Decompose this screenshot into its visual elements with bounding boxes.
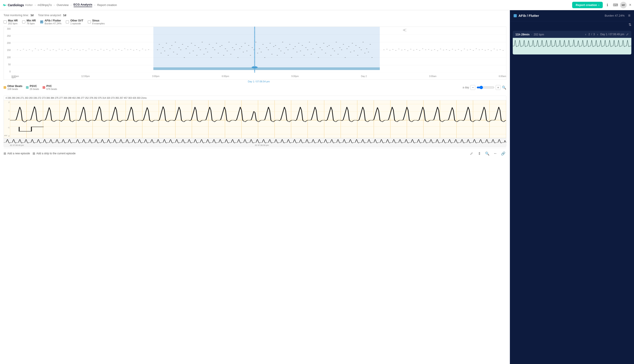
svg-point-85 bbox=[214, 50, 215, 50]
legend-pvc[interactable]: PVC 676 beats bbox=[43, 84, 57, 90]
svg-rect-215 bbox=[153, 67, 380, 70]
svg-point-178 bbox=[395, 50, 396, 51]
heart-rate-chart[interactable]: 300 250 200 150 100 50 0 bbox=[4, 26, 506, 80]
svg-point-165 bbox=[357, 55, 358, 56]
legend-max-hr[interactable]: Max HR 202 bpm bbox=[4, 19, 18, 25]
legend-sinus[interactable]: Sinus 8 examples bbox=[88, 19, 105, 25]
svg-point-76 bbox=[198, 48, 199, 48]
svg-point-126 bbox=[288, 50, 289, 50]
svg-point-119 bbox=[275, 45, 276, 46]
legend-checkbox-other-svt[interactable] bbox=[66, 20, 69, 24]
svg-point-176 bbox=[389, 50, 390, 50]
rp-sort-button[interactable]: ⇅ bbox=[628, 22, 631, 27]
legend-psvc[interactable]: PSVC 26 beats bbox=[26, 84, 39, 90]
svg-point-84 bbox=[212, 48, 214, 48]
svg-point-151 bbox=[332, 48, 333, 49]
breadcrumb-arrow-3: › bbox=[71, 4, 72, 7]
zoom-in-button[interactable]: + bbox=[496, 85, 501, 90]
app-logo[interactable]: Cardiologs Holter bbox=[3, 3, 33, 7]
episode-next-button[interactable]: › bbox=[596, 32, 598, 36]
svg-point-157 bbox=[343, 44, 344, 44]
svg-point-199 bbox=[458, 49, 459, 50]
chart-search-button[interactable]: 🔍 bbox=[502, 86, 506, 90]
svg-point-15 bbox=[38, 50, 39, 50]
rp-menu-button[interactable]: ≡ bbox=[628, 13, 630, 18]
monitoring-info: Total monitoring time: 1d Total time ana… bbox=[4, 14, 506, 17]
legend-other-svt[interactable]: Other SVT 1 episode bbox=[66, 19, 83, 25]
legend-checkbox-min-hr[interactable] bbox=[22, 20, 25, 24]
svg-point-79 bbox=[203, 54, 204, 54]
breadcrumb-ecg-analysis[interactable]: ECG Analysis bbox=[74, 3, 92, 7]
ecg-mini-strip: d1 07:06:49 pm d1 07:06:59 pm bbox=[4, 138, 506, 147]
zoom-tool-button[interactable]: 🔍 bbox=[484, 150, 490, 156]
legend-checkbox-sinus[interactable] bbox=[88, 20, 91, 24]
breadcrumb-mD9npq7o[interactable]: mD9npq7o bbox=[38, 3, 52, 7]
legend-checkbox-max-hr[interactable] bbox=[4, 20, 7, 24]
close-button[interactable]: × bbox=[629, 3, 631, 7]
svg-point-103 bbox=[246, 51, 247, 51]
svg-point-160 bbox=[348, 46, 349, 47]
bpm-label: bpm bbox=[12, 76, 16, 78]
svg-point-51 bbox=[145, 50, 146, 50]
legend-other-beats[interactable]: Other Beats 108 beats bbox=[4, 84, 22, 90]
svg-point-74 bbox=[194, 45, 195, 46]
top-navigation: Cardiologs Holter › mD9npq7o › Overview … bbox=[0, 0, 634, 10]
legend-afib[interactable]: AFib / Flutter Burden 47.24% bbox=[40, 19, 61, 25]
svg-point-136 bbox=[305, 48, 306, 48]
svg-point-114 bbox=[266, 48, 267, 48]
svg-point-180 bbox=[401, 50, 402, 50]
episode-expand-button[interactable]: ⤢ bbox=[626, 32, 629, 36]
svg-point-50 bbox=[142, 49, 143, 49]
episode-prev-button[interactable]: ‹ bbox=[585, 32, 587, 36]
svg-point-82 bbox=[209, 44, 210, 44]
annotate-tool-button[interactable]: 🔗 bbox=[500, 150, 506, 156]
svg-point-43 bbox=[121, 50, 122, 51]
chart-body[interactable]: ☾ bbox=[12, 27, 506, 73]
svg-point-145 bbox=[321, 50, 323, 50]
svg-point-193 bbox=[440, 49, 441, 49]
zoom-controls: a day − + 🔍 bbox=[463, 85, 506, 90]
svg-point-101 bbox=[243, 52, 244, 52]
svg-point-125 bbox=[286, 48, 287, 48]
svg-point-163 bbox=[354, 51, 355, 51]
svg-point-217 bbox=[252, 66, 258, 68]
svg-point-87 bbox=[218, 53, 219, 53]
mv-label: mV bbox=[4, 134, 7, 136]
svg-point-31 bbox=[85, 50, 86, 51]
svg-point-209 bbox=[488, 49, 489, 50]
calibrate-tool-button[interactable]: ⇕ bbox=[476, 150, 482, 156]
zoom-slider[interactable] bbox=[477, 86, 494, 89]
svg-point-99 bbox=[239, 48, 240, 49]
svg-point-47 bbox=[133, 50, 134, 50]
measure-tool-button[interactable]: ↔ bbox=[492, 150, 498, 156]
episode-waveform[interactable] bbox=[513, 38, 631, 54]
svg-point-37 bbox=[103, 50, 104, 50]
svg-point-144 bbox=[320, 48, 321, 48]
svg-point-83 bbox=[210, 57, 212, 58]
info-button[interactable]: ℹ bbox=[604, 2, 611, 8]
svg-point-62 bbox=[173, 52, 174, 52]
add-strip-button[interactable]: ⊞ Add a strip to the current episode bbox=[33, 152, 76, 155]
breadcrumb-overview[interactable]: Overview bbox=[57, 3, 69, 7]
svg-point-210 bbox=[491, 50, 492, 51]
zoom-out-button[interactable]: − bbox=[470, 85, 475, 90]
chart-x-labels: 9:00am 12:00pm 3:00pm 6:00pm 9:00pm Day … bbox=[12, 75, 506, 78]
svg-point-60 bbox=[169, 48, 170, 49]
breadcrumb-report-creation[interactable]: Report creation bbox=[97, 3, 117, 7]
svg-point-212 bbox=[497, 50, 498, 50]
legend-checkbox-afib[interactable] bbox=[40, 20, 43, 24]
add-episode-button[interactable]: ⊞ Add a new episode bbox=[4, 152, 30, 155]
svg-point-194 bbox=[443, 50, 444, 50]
left-panel: Total monitoring time: 1d Total time ana… bbox=[0, 10, 510, 364]
legend-min-hr[interactable]: Min HR 76 bpm bbox=[22, 19, 36, 25]
ecg-strip-chart[interactable]: 2 1 0 -1 -2 mV bbox=[4, 100, 506, 138]
keyboard-button[interactable]: ⌨ bbox=[612, 2, 619, 8]
svg-point-112 bbox=[263, 44, 264, 44]
svg-point-115 bbox=[268, 50, 269, 50]
svg-point-156 bbox=[341, 50, 342, 50]
svg-point-81 bbox=[207, 52, 208, 52]
svg-point-171 bbox=[368, 52, 369, 52]
expand-tool-button[interactable]: ⤢ bbox=[468, 150, 474, 156]
report-creation-button[interactable]: Report creation › bbox=[572, 2, 603, 8]
svg-point-16 bbox=[41, 49, 42, 50]
